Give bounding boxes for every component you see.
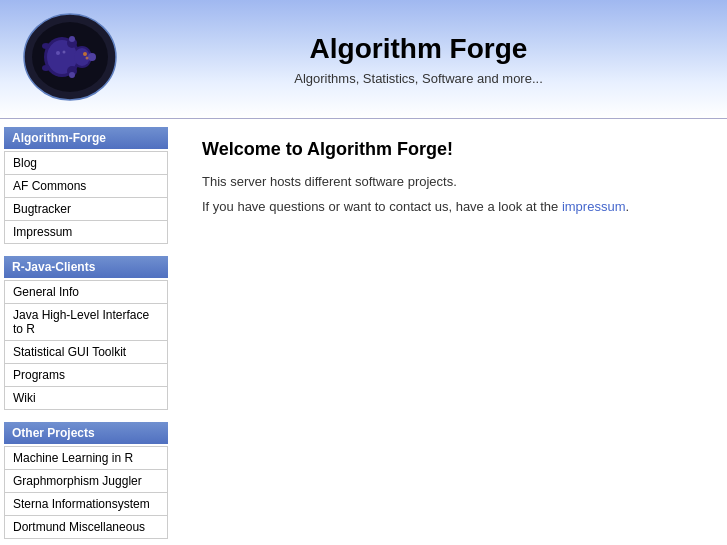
sidebar-section-header-r-java-clients: R-Java-Clients <box>4 256 168 278</box>
impressum-link[interactable]: impressum <box>562 199 626 214</box>
svg-point-15 <box>83 52 87 56</box>
sidebar-section-algorithm-forge: Algorithm-ForgeBlogAF CommonsBugtrackerI… <box>4 127 168 244</box>
sidebar-section-other-projects: Other ProjectsMachine Learning in RGraph… <box>4 422 168 539</box>
svg-point-8 <box>42 43 50 49</box>
intro-text: This server hosts different software pro… <box>202 174 697 189</box>
sidebar-item-af-commons[interactable]: AF Commons <box>4 175 168 198</box>
sidebar-item-impressum[interactable]: Impressum <box>4 221 168 244</box>
contact-pre: If you have questions or want to contact… <box>202 199 562 214</box>
sidebar-item-bugtracker[interactable]: Bugtracker <box>4 198 168 221</box>
sidebar-item-dortmund[interactable]: Dortmund Miscellaneous <box>4 516 168 539</box>
site-title: Algorithm Forge <box>130 33 707 65</box>
main-content: Welcome to Algorithm Forge! This server … <box>172 119 727 545</box>
logo-icon <box>20 10 120 105</box>
contact-text: If you have questions or want to contact… <box>202 199 697 214</box>
content-wrapper: Algorithm-ForgeBlogAF CommonsBugtrackerI… <box>0 119 727 545</box>
welcome-heading: Welcome to Algorithm Forge! <box>202 139 697 160</box>
sidebar: Algorithm-ForgeBlogAF CommonsBugtrackerI… <box>0 119 172 545</box>
sidebar-item-machine-learning[interactable]: Machine Learning in R <box>4 446 168 470</box>
logo-area <box>20 10 130 108</box>
site-tagline: Algorithms, Statistics, Software and mor… <box>130 71 707 86</box>
contact-post: . <box>625 199 629 214</box>
sidebar-section-r-java-clients: R-Java-ClientsGeneral InfoJava High-Leve… <box>4 256 168 410</box>
title-area: Algorithm Forge Algorithms, Statistics, … <box>130 33 707 86</box>
sidebar-item-wiki[interactable]: Wiki <box>4 387 168 410</box>
svg-point-10 <box>88 53 96 61</box>
svg-point-11 <box>69 36 75 42</box>
svg-point-16 <box>86 57 89 60</box>
svg-point-9 <box>42 65 50 71</box>
svg-point-13 <box>56 51 60 55</box>
sidebar-section-header-algorithm-forge: Algorithm-Forge <box>4 127 168 149</box>
sidebar-item-statistical-gui[interactable]: Statistical GUI Toolkit <box>4 341 168 364</box>
svg-point-12 <box>69 72 75 78</box>
sidebar-item-programs[interactable]: Programs <box>4 364 168 387</box>
sidebar-item-blog[interactable]: Blog <box>4 151 168 175</box>
sidebar-item-general-info[interactable]: General Info <box>4 280 168 304</box>
sidebar-item-graphmorphism[interactable]: Graphmorphism Juggler <box>4 470 168 493</box>
sidebar-item-sterna[interactable]: Sterna Informationsystem <box>4 493 168 516</box>
sidebar-item-java-high-level[interactable]: Java High-Level Interface to R <box>4 304 168 341</box>
sidebar-section-header-other-projects: Other Projects <box>4 422 168 444</box>
site-header: Algorithm Forge Algorithms, Statistics, … <box>0 0 727 119</box>
svg-point-14 <box>63 51 66 54</box>
